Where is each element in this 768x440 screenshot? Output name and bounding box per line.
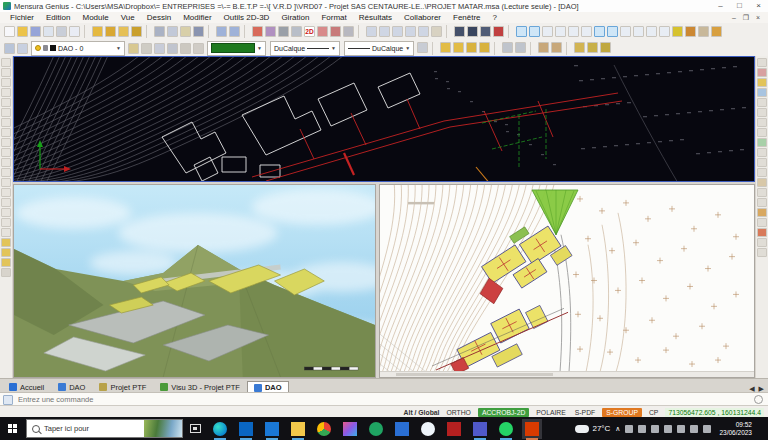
layer-isolate-icon[interactable] [141, 43, 152, 54]
spline-icon[interactable] [659, 26, 670, 37]
panel-platform-icon[interactable] [757, 168, 767, 177]
block-library-icon[interactable] [685, 26, 696, 37]
save-block-icon[interactable] [515, 42, 526, 53]
find-icon[interactable] [193, 26, 204, 37]
panel-print-icon[interactable] [757, 248, 767, 257]
mdi-close-button[interactable]: × [752, 14, 764, 21]
battery-tray-icon[interactable] [677, 425, 685, 433]
panel-section-icon[interactable] [757, 118, 767, 127]
panel-settings-icon[interactable] [757, 208, 767, 217]
color-selector[interactable]: ▼ [207, 41, 266, 56]
panel-road-icon[interactable] [757, 128, 767, 137]
panel-legend-icon[interactable] [757, 238, 767, 247]
hidden-icons-chevron[interactable]: ∧ [615, 425, 620, 432]
panel-measure-icon[interactable] [757, 218, 767, 227]
zoom-window-icon[interactable] [366, 26, 377, 37]
pencil-style-icon[interactable] [252, 26, 263, 37]
menu-collaborer[interactable]: Collaborer [398, 13, 447, 22]
pan-icon[interactable] [431, 26, 442, 37]
redraw-icon[interactable] [493, 26, 504, 37]
tool-offset-icon[interactable] [1, 188, 11, 197]
cut-icon[interactable] [154, 26, 165, 37]
task-view-button[interactable] [183, 417, 207, 440]
tool-circle-icon[interactable] [1, 88, 11, 97]
viewport-projet-ptf-plan[interactable] [379, 184, 755, 378]
lineweight-selector[interactable]: DuCalque ▼ [344, 41, 414, 56]
measure-area-icon[interactable] [551, 42, 562, 53]
cloud-tray-icon[interactable] [651, 425, 659, 433]
select-icon[interactable] [454, 26, 465, 37]
tool-point-icon[interactable] [1, 138, 11, 147]
onedrive-tray-icon[interactable] [625, 425, 633, 433]
mail-icon[interactable] [265, 422, 279, 436]
group-icon[interactable] [317, 26, 328, 37]
taskbar-clock[interactable]: 09:52 23/06/2023 [716, 421, 755, 437]
tool-rotate-icon[interactable] [1, 228, 11, 237]
palette-icon[interactable] [672, 26, 683, 37]
teams-icon[interactable] [473, 422, 487, 436]
command-input[interactable] [16, 394, 751, 405]
close-button[interactable]: × [749, 0, 768, 12]
tool-layer-icon[interactable] [1, 248, 11, 257]
measure-distance-icon[interactable] [538, 42, 549, 53]
zoom-in-icon[interactable] [392, 26, 403, 37]
xref-attach-icon[interactable] [440, 42, 451, 53]
tool-polygon-icon[interactable] [1, 128, 11, 137]
zoom-out-icon[interactable] [405, 26, 416, 37]
id-point-icon[interactable] [587, 42, 598, 53]
tool-rectangle-icon[interactable] [1, 118, 11, 127]
volume-tray-icon[interactable] [690, 425, 698, 433]
snap-node-icon[interactable] [555, 26, 566, 37]
health-icon[interactable] [369, 422, 383, 436]
tool-table-icon[interactable] [1, 258, 11, 267]
tool-dimension-icon[interactable] [1, 168, 11, 177]
select-fence-icon[interactable] [480, 26, 491, 37]
menu-fichier[interactable]: Fichier [4, 13, 40, 22]
profile-icon[interactable] [711, 26, 722, 37]
print-icon[interactable] [56, 26, 67, 37]
tool-select-icon[interactable] [1, 58, 11, 67]
tool-arc-icon[interactable] [1, 98, 11, 107]
2d-3d-toggle-icon[interactable]: 2D [304, 26, 315, 37]
history-icon[interactable] [754, 395, 763, 404]
status-s-pdf[interactable]: S-PDF [573, 409, 597, 416]
image-icon[interactable] [291, 26, 302, 37]
redo-icon[interactable] [229, 26, 240, 37]
chevron-down-icon[interactable]: ▼ [116, 45, 121, 51]
panel-label-icon[interactable] [757, 228, 767, 237]
panel-view-icon[interactable] [757, 198, 767, 207]
layer-selector[interactable]: DAO - 0 ▼ [31, 41, 125, 56]
save-icon[interactable] [30, 26, 41, 37]
tool-spline-icon[interactable] [1, 108, 11, 117]
properties-icon[interactable] [417, 42, 428, 53]
status-accrobj-2d[interactable]: ACCROBJ-2D [478, 408, 529, 417]
tool-polyline-icon[interactable] [1, 78, 11, 87]
security-tray-icon[interactable] [638, 425, 646, 433]
chrome-icon[interactable] [317, 422, 331, 436]
menu-resultats[interactable]: Résultats [353, 13, 398, 22]
scrollbar-thumb[interactable] [396, 373, 553, 376]
tool-trim-icon[interactable] [1, 198, 11, 207]
import-block-icon[interactable] [118, 26, 129, 37]
tool-leader-icon[interactable] [1, 158, 11, 167]
open-icon[interactable] [17, 26, 28, 37]
panel-volume-icon[interactable] [757, 158, 767, 167]
mdi-restore-button[interactable]: ❐ [740, 14, 752, 22]
maximize-button[interactable]: □ [730, 0, 749, 12]
snap-tangent-icon[interactable] [620, 26, 631, 37]
match-properties-icon[interactable] [128, 43, 139, 54]
menu-edition[interactable]: Edition [40, 13, 76, 22]
menu-format[interactable]: Format [315, 13, 352, 22]
print-preview-icon[interactable] [69, 26, 80, 37]
mensura-icon[interactable] [447, 422, 461, 436]
layer-visibility-icon[interactable] [35, 45, 41, 51]
office-icon[interactable] [525, 422, 539, 436]
layer-lock-icon[interactable] [180, 43, 191, 54]
menu-giration[interactable]: Giration [275, 13, 315, 22]
copy-icon[interactable] [167, 26, 178, 37]
people-tray-icon[interactable] [703, 425, 711, 433]
list-info-icon[interactable] [574, 42, 585, 53]
tool-block-icon[interactable] [1, 238, 11, 247]
onedrive-icon[interactable] [421, 422, 435, 436]
menu-module[interactable]: Module [76, 13, 114, 22]
